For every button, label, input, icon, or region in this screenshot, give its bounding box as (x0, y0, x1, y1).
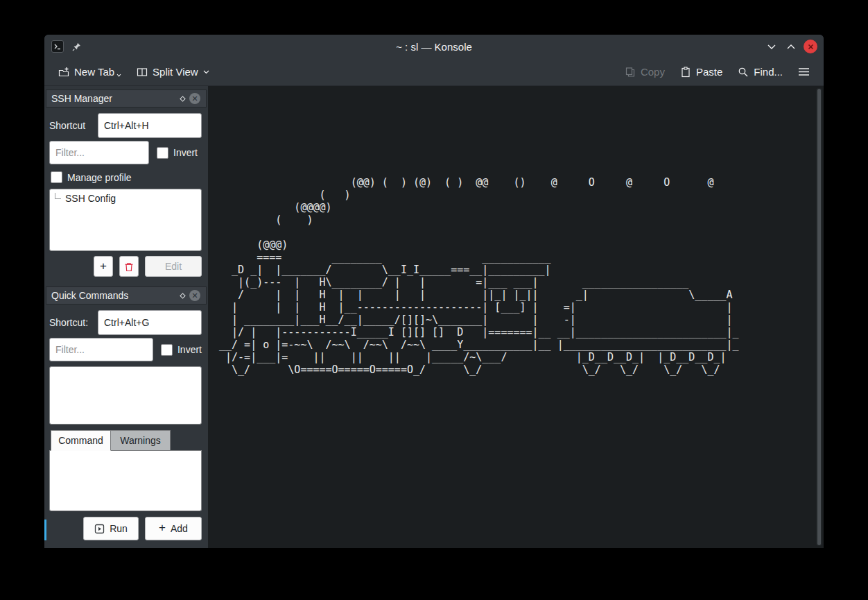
run-label: Run (110, 523, 128, 534)
chevron-up-icon (786, 44, 796, 50)
plus-icon: + (159, 521, 166, 535)
tree-item-label: SSH Config (65, 193, 116, 204)
qc-command-list[interactable] (49, 366, 202, 425)
new-tab-label: New Tab (74, 66, 114, 78)
tree-item-ssh-config[interactable]: SSH Config (50, 189, 201, 204)
copy-label: Copy (641, 66, 665, 78)
qc-tabbar: Command Warnings (51, 430, 202, 451)
ssh-invert-checkbox[interactable] (157, 147, 168, 159)
qc-run-button[interactable]: Run (83, 517, 139, 540)
scrollbar-thumb[interactable] (817, 89, 821, 545)
desktop-background: ~ : sl — Konsole (0, 0, 868, 600)
qc-invert-checkbox[interactable] (161, 344, 173, 356)
qc-panel-close-button[interactable]: ✕ (189, 289, 201, 302)
chevron-down-icon (203, 70, 209, 74)
ssh-shortcut-input[interactable] (98, 113, 202, 138)
ssh-float-button[interactable] (176, 92, 189, 105)
close-icon (804, 40, 817, 53)
ssh-profile-list[interactable]: SSH Config (49, 189, 202, 251)
tree-branch-icon (55, 193, 61, 199)
new-tab-button[interactable]: New Tab (53, 62, 127, 83)
maximize-button[interactable] (783, 39, 799, 54)
run-icon (94, 524, 105, 534)
sidebar: SSH Manager ✕ Shortcut Invert (44, 86, 208, 548)
activity-indicator (44, 520, 46, 540)
quick-commands-panel-header[interactable]: Quick Commands ✕ (46, 286, 207, 305)
float-diamond-icon (180, 293, 186, 299)
minimize-button[interactable] (764, 39, 779, 54)
ssh-manager-title: SSH Manager (51, 93, 176, 104)
ssh-invert-label[interactable]: Invert (173, 147, 198, 158)
tab-command[interactable]: Command (51, 430, 111, 451)
qc-shortcut-input[interactable] (98, 310, 202, 335)
split-view-button[interactable]: Split View (131, 62, 215, 83)
manage-profile-label[interactable]: Manage profile (67, 172, 132, 183)
ssh-edit-button[interactable]: Edit (145, 256, 202, 277)
ssh-panel-close-button[interactable]: ✕ (189, 92, 201, 105)
terminal-scrollbar[interactable] (816, 88, 822, 546)
paste-icon (680, 67, 691, 78)
new-tab-menu-arrow-icon (116, 74, 121, 77)
paste-label: Paste (696, 66, 722, 78)
close-button[interactable] (803, 39, 818, 54)
trash-icon (124, 262, 134, 272)
find-button[interactable]: Find... (732, 62, 788, 83)
qc-filter-input[interactable] (49, 338, 153, 361)
ssh-shortcut-label: Shortcut (49, 120, 92, 131)
konsole-window: ~ : sl — Konsole (44, 35, 824, 548)
manage-profile-checkbox[interactable] (51, 171, 62, 183)
qc-invert-label[interactable]: Invert (177, 344, 202, 355)
ssh-manager-panel-header[interactable]: SSH Manager ✕ (46, 89, 207, 108)
paste-button[interactable]: Paste (675, 62, 728, 83)
search-icon (738, 67, 749, 78)
new-tab-icon (58, 67, 69, 78)
toolbar: New Tab Split View Copy (44, 58, 824, 86)
qc-command-editor[interactable] (49, 450, 202, 511)
float-diamond-icon (180, 96, 186, 102)
quick-commands-title: Quick Commands (51, 290, 176, 301)
copy-icon (625, 67, 636, 78)
close-circle-icon: ✕ (189, 93, 200, 104)
titlebar[interactable]: ~ : sl — Konsole (44, 35, 824, 58)
hamburger-menu-button[interactable] (792, 62, 815, 83)
add-label: Add (171, 523, 188, 534)
hamburger-icon (798, 67, 810, 76)
chevron-down-icon (767, 44, 776, 50)
qc-float-button[interactable] (176, 289, 189, 302)
qc-add-button[interactable]: + Add (145, 517, 202, 540)
ssh-delete-button[interactable] (119, 256, 139, 277)
close-circle-icon: ✕ (189, 290, 200, 301)
ssh-filter-input[interactable] (49, 141, 149, 164)
qc-shortcut-label: Shortcut: (49, 317, 92, 328)
copy-button[interactable]: Copy (619, 62, 670, 83)
split-view-icon (137, 67, 148, 78)
terminal-output: (@@) ( ) (@) ( ) @@ () @ O @ O @ ( ) (@@… (208, 86, 745, 376)
tab-warnings[interactable]: Warnings (111, 430, 171, 451)
terminal-view[interactable]: (@@) ( ) (@) ( ) @@ () @ O @ O @ ( ) (@@… (208, 86, 824, 548)
split-view-label: Split View (153, 66, 198, 78)
find-label: Find... (754, 66, 783, 78)
ssh-add-button[interactable]: + (94, 256, 113, 277)
window-title: ~ : sl — Konsole (44, 35, 824, 58)
